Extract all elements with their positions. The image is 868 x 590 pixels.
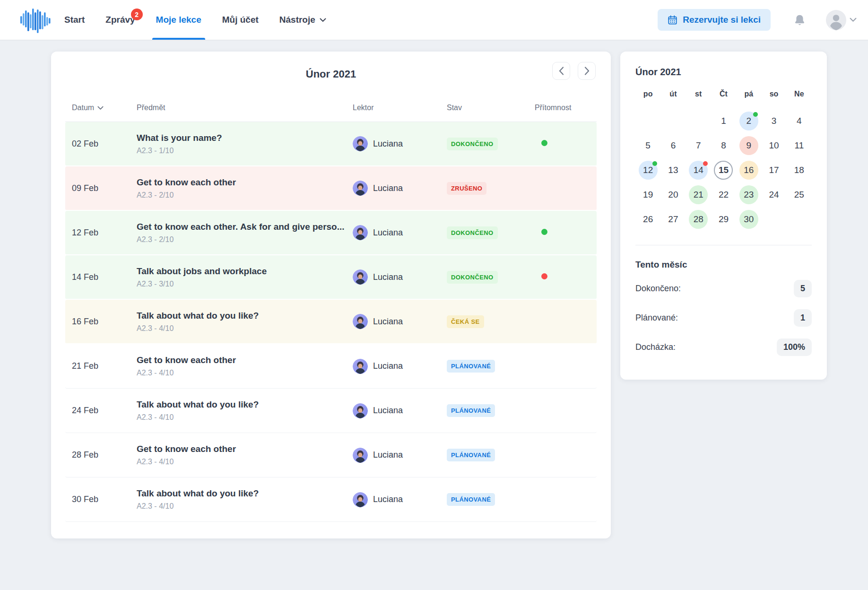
notifications-bell-button[interactable] xyxy=(793,14,806,26)
lesson-level-progress: A2.3 - 4/10 xyxy=(137,413,353,422)
status-badge: ČEKÁ SE xyxy=(447,315,484,328)
tutor-name: Luciana xyxy=(373,361,403,371)
column-header-stav: Stav xyxy=(447,104,535,112)
lesson-row[interactable]: 14 Feb Talk about jobs and workplace A2.… xyxy=(65,255,597,300)
tutor-name: Luciana xyxy=(373,139,403,149)
lesson-level-progress: A2.3 - 2/10 xyxy=(137,235,353,244)
calendar-month-title: Únor 2021 xyxy=(635,67,812,78)
status-badge: PLÁNOVANÉ xyxy=(447,404,495,417)
status-badge: PLÁNOVANÉ xyxy=(447,449,495,461)
tutor-name: Luciana xyxy=(373,317,403,327)
calendar-icon xyxy=(668,15,677,25)
lesson-row[interactable]: 16 Feb Talk about what do you like? A2.3… xyxy=(65,300,597,344)
lesson-date: 28 Feb xyxy=(65,450,137,460)
calendar-day[interactable]: 21 xyxy=(686,185,711,204)
calendar-day[interactable]: 23 xyxy=(736,185,761,204)
lesson-level-progress: A2.3 - 1/10 xyxy=(137,147,353,155)
presence-dot xyxy=(541,229,547,235)
calendar-day[interactable]: 1 xyxy=(711,112,736,130)
calendar-day[interactable]: 18 xyxy=(787,161,812,180)
calendar-day-today[interactable]: 15 xyxy=(711,161,736,180)
lesson-row[interactable]: 21 Feb Get to know each other A2.3 - 4/1… xyxy=(65,344,597,389)
calendar-day[interactable]: 28 xyxy=(686,210,711,229)
unread-count-badge: 2 xyxy=(131,9,143,20)
calendar-day[interactable]: 3 xyxy=(761,112,786,130)
calendar-day[interactable] xyxy=(635,112,660,130)
calendar-day[interactable]: 22 xyxy=(711,185,736,204)
column-header-lektor: Lektor xyxy=(353,104,447,112)
calendar-day[interactable]: 9 xyxy=(736,136,761,155)
calendar-day[interactable]: 26 xyxy=(635,210,660,229)
lesson-row[interactable]: 30 Feb Talk about what do you like? A2.3… xyxy=(65,477,597,522)
tutor-avatar xyxy=(353,225,368,240)
nav-item-start[interactable]: Start xyxy=(64,0,85,40)
calendar-day[interactable]: 5 xyxy=(635,136,660,155)
lesson-title: What is your name? xyxy=(137,133,353,143)
app-logo-icon[interactable] xyxy=(20,7,51,33)
lesson-date: 24 Feb xyxy=(65,406,137,416)
lesson-level-progress: A2.3 - 4/10 xyxy=(137,502,353,511)
next-month-button[interactable] xyxy=(578,62,596,80)
day-status-dot xyxy=(703,161,708,166)
calendar-day[interactable]: 2 xyxy=(736,112,761,130)
calendar-day[interactable]: 19 xyxy=(635,185,660,204)
nav-item-moje-lekce[interactable]: Moje lekce xyxy=(156,0,201,40)
calendar-day[interactable]: 30 xyxy=(736,210,761,229)
nav-item-zpravy[interactable]: Zprávy 2 xyxy=(105,0,135,40)
calendar-day[interactable]: 6 xyxy=(660,136,686,155)
lesson-date: 21 Feb xyxy=(65,361,137,371)
lesson-row[interactable]: 02 Feb What is your name? A2.3 - 1/10 Lu… xyxy=(65,122,597,166)
tutor-avatar xyxy=(353,181,368,196)
tutor-name: Luciana xyxy=(373,228,403,238)
calendar-day[interactable]: 29 xyxy=(711,210,736,229)
presence-dot xyxy=(541,140,547,146)
calendar-day[interactable]: 24 xyxy=(761,185,786,204)
calendar-day[interactable]: 10 xyxy=(761,136,786,155)
prev-month-button[interactable] xyxy=(552,62,570,80)
lesson-row[interactable]: 12 Feb Get to know each other. Ask for a… xyxy=(65,211,597,255)
calendar-day[interactable]: 27 xyxy=(660,210,686,229)
nav-label: Můj účet xyxy=(222,15,259,25)
nav-label: Zprávy xyxy=(105,15,135,25)
stat-label: Plánované: xyxy=(635,313,678,323)
calendar-day[interactable]: 11 xyxy=(787,136,812,155)
day-status-dot xyxy=(753,112,758,117)
column-header-datum[interactable]: Datum xyxy=(65,104,137,112)
lesson-title: Get to know each other. Ask for and give… xyxy=(137,222,353,232)
lesson-date: 02 Feb xyxy=(65,139,137,149)
lesson-row[interactable]: 09 Feb Get to know each other A2.3 - 2/1… xyxy=(65,166,597,211)
account-menu[interactable] xyxy=(826,10,857,30)
calendar-day[interactable]: 13 xyxy=(660,161,686,180)
calendar-day[interactable]: 8 xyxy=(711,136,736,155)
calendar-day[interactable]: 17 xyxy=(761,161,786,180)
reserve-lesson-button[interactable]: Rezervujte si lekci xyxy=(658,9,771,31)
month-summary-title: Tento měsíc xyxy=(635,260,812,270)
calendar-day[interactable] xyxy=(660,112,686,130)
calendar-day[interactable]: 12 xyxy=(635,161,660,180)
chevron-right-icon xyxy=(584,67,590,75)
column-header-pritomnost: Přítomnost xyxy=(535,104,597,112)
lessons-month-title: Únor 2021 xyxy=(306,68,356,80)
calendar-day[interactable]: 7 xyxy=(686,136,711,155)
chevron-left-icon xyxy=(559,67,564,75)
tutor-avatar xyxy=(353,269,368,285)
calendar-day[interactable]: 20 xyxy=(660,185,686,204)
lesson-row[interactable]: 28 Feb Get to know each other A2.3 - 4/1… xyxy=(65,433,597,477)
tutor-avatar xyxy=(353,314,368,329)
tutor-avatar xyxy=(353,448,368,463)
lesson-row[interactable]: 24 Feb Talk about what do you like? A2.3… xyxy=(65,389,597,433)
calendar-day[interactable]: 4 xyxy=(787,112,812,130)
nav-item-muj-ucet[interactable]: Můj účet xyxy=(222,0,259,40)
calendar-day[interactable]: 25 xyxy=(787,185,812,204)
calendar-day[interactable] xyxy=(686,112,711,130)
lesson-level-progress: A2.3 - 4/10 xyxy=(137,324,353,333)
stat-value: 1 xyxy=(794,309,812,327)
calendar-day[interactable] xyxy=(787,210,812,229)
calendar-card: Únor 2021 po út st Čt pá so Ne 1 2 3 4 5… xyxy=(620,52,827,380)
calendar-day[interactable] xyxy=(761,210,786,229)
tutor-avatar xyxy=(353,359,368,374)
calendar-day[interactable]: 14 xyxy=(686,161,711,180)
nav-item-nastroje[interactable]: Nástroje xyxy=(279,0,326,40)
nav-label: Moje lekce xyxy=(156,15,201,25)
calendar-day[interactable]: 16 xyxy=(736,161,761,180)
